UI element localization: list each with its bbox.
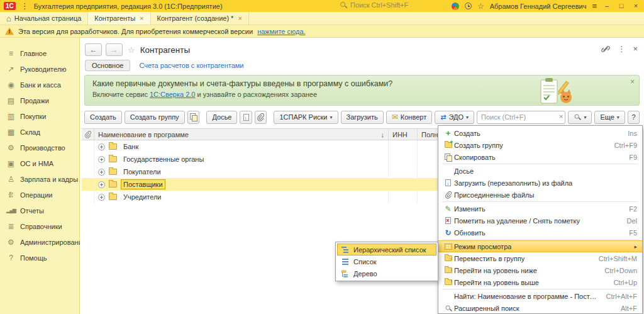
sidebar-item-help[interactable]: ?Помощь xyxy=(0,250,79,266)
sidebar-item-warehouse[interactable]: ▦Склад xyxy=(0,124,79,140)
help-button[interactable]: ? xyxy=(628,111,640,124)
envelope-icon: ✉ xyxy=(392,113,398,121)
attached-files-button[interactable] xyxy=(255,111,267,124)
dropdown-icon: ▾ xyxy=(330,115,333,120)
menu-item-dossier[interactable]: Досье xyxy=(438,165,642,177)
list-search-input[interactable] xyxy=(477,111,565,124)
load-button[interactable]: Загрузить xyxy=(341,111,384,124)
tab-close-icon[interactable]: × xyxy=(238,14,242,22)
spark-risks-button[interactable]: 1СПАРК Риски▾ xyxy=(274,111,338,124)
submenu-item-tree[interactable]: Дерево xyxy=(337,267,436,279)
main-menu-icon[interactable]: ⋮ xyxy=(21,2,29,10)
attachments-column-header[interactable] xyxy=(82,129,94,140)
menu-item-create[interactable]: +СоздатьIns xyxy=(438,127,642,139)
create-button[interactable]: Создать xyxy=(84,111,122,124)
titlebar-menu-icon[interactable]: ≡ xyxy=(592,2,597,10)
menu-item-move-to-group[interactable]: Переместить в группуCtrl+Shift+M xyxy=(438,252,642,264)
favorites-icon[interactable]: ☆ xyxy=(477,3,484,10)
book-icon: ≣ xyxy=(6,223,16,230)
sidebar-item-operations[interactable]: ДтКтОперации xyxy=(0,187,79,203)
menu-item-create-group[interactable]: Создать группуCtrl+F9 xyxy=(438,139,642,151)
menu-item-go-level-up[interactable]: Перейти на уровень вышеCtrl+Up xyxy=(438,276,642,288)
dropdown-icon: ▾ xyxy=(617,115,619,120)
menu-item-edit[interactable]: ✎ИзменитьF2 xyxy=(438,203,642,215)
more-actions-icon[interactable]: ⋮ xyxy=(618,45,625,53)
favorite-star-icon[interactable]: ☆ xyxy=(128,45,135,55)
subtab-accounts[interactable]: Счета расчетов с контрагентами xyxy=(139,62,243,69)
sidebar-item-bank[interactable]: ◉Банк и касса xyxy=(0,77,79,93)
history-icon[interactable] xyxy=(465,3,472,9)
service-status-icon[interactable] xyxy=(452,3,459,10)
sidebar-item-references[interactable]: ≣Справочники xyxy=(0,218,79,234)
menu-item-view-mode[interactable]: Режим просмотра▸ xyxy=(438,240,642,252)
person-icon: ♙ xyxy=(6,176,16,183)
envelope-button[interactable]: ✉Конверт xyxy=(386,111,432,124)
close-window-button[interactable]: × xyxy=(631,3,640,9)
expand-icon[interactable] xyxy=(98,194,105,201)
sidebar-item-os-nma[interactable]: ▣ОС и НМА xyxy=(0,155,79,171)
folder-icon xyxy=(109,181,117,188)
expand-icon[interactable] xyxy=(98,156,105,163)
menu-item-refresh[interactable]: ↻ОбновитьF5 xyxy=(438,227,642,238)
create-group-button[interactable]: Создать группу xyxy=(125,111,185,124)
expand-icon[interactable] xyxy=(98,169,105,176)
sidebar-item-main[interactable]: ≡Главное xyxy=(0,45,79,61)
search-button[interactable]: ▾ xyxy=(568,111,592,124)
dossier-button[interactable]: Досье xyxy=(206,111,237,124)
view-mode-icon xyxy=(445,244,452,250)
menu-item-mark-deletion[interactable]: Пометить на удаление / Снять пометкуDel xyxy=(438,215,642,227)
link-icon[interactable] xyxy=(601,45,610,53)
current-user[interactable]: Абрамов Геннадий Сергеевич xyxy=(490,3,587,10)
name-column-header[interactable]: Наименование в программе↓ xyxy=(94,129,389,140)
inn-column-header[interactable]: ИНН xyxy=(389,129,418,140)
sidebar: ≡Главное ↗Руководителю ◉Банк и касса ▤Пр… xyxy=(0,38,80,314)
load-from-file-button[interactable] xyxy=(240,111,252,124)
forward-button[interactable]: → xyxy=(106,43,123,56)
level-down-icon xyxy=(445,267,452,273)
home-icon: ⌂ xyxy=(6,14,11,23)
submenu-item-hierarchical-list[interactable]: Иерархический список xyxy=(337,244,436,255)
promo-close-icon[interactable]: × xyxy=(630,77,635,86)
help-icon: ? xyxy=(6,254,16,262)
sidebar-item-reports[interactable]: ▂▄▆Отчеты xyxy=(0,203,79,218)
sidebar-item-sales[interactable]: ▤Продажи xyxy=(0,93,79,108)
tree-icon xyxy=(341,270,349,278)
sidebar-item-hr[interactable]: ♙Зарплата и кадры xyxy=(0,171,79,187)
list-search: × xyxy=(477,111,565,124)
edo-button[interactable]: ⇄ЭДО▾ xyxy=(435,111,474,124)
menu-item-copy[interactable]: СкопироватьF9 xyxy=(438,151,642,163)
more-button[interactable]: Еще▾ xyxy=(594,111,625,124)
menu-item-advanced-search[interactable]: Расширенный поискAlt+F xyxy=(438,302,642,314)
dt-kt-icon: ДтКт xyxy=(6,192,16,198)
folder-icon xyxy=(109,169,117,175)
fixed-assets-icon: ▣ xyxy=(6,160,16,167)
close-form-icon[interactable]: × xyxy=(633,44,638,53)
sidebar-item-manager[interactable]: ↗Руководителю xyxy=(0,61,79,77)
menu-separator xyxy=(442,289,638,289)
expand-icon[interactable] xyxy=(98,143,105,150)
sidebar-item-production[interactable]: ⚙Производство xyxy=(0,140,79,155)
sidebar-item-purchases[interactable]: ▥Покупки xyxy=(0,108,79,124)
subtab-main[interactable]: Основное xyxy=(85,60,130,71)
menu-item-load-from-file[interactable]: Загрузить (перезаполнить) из файла xyxy=(438,177,642,189)
maximize-button[interactable]: □ xyxy=(617,3,626,9)
global-search[interactable]: Поиск Ctrl+Shift+F xyxy=(340,1,408,9)
sverka-link[interactable]: 1С:Сверка 2.0 xyxy=(150,91,196,98)
tab-kontragent-new[interactable]: Контрагент (создание) * × xyxy=(151,12,249,25)
menu-item-find[interactable]: Найти: Наименование в программе - Постав… xyxy=(438,290,642,302)
copy-button[interactable] xyxy=(187,111,199,124)
bank-coin-icon: ◉ xyxy=(6,81,16,89)
menu-item-attached-files[interactable]: Присоединенные файлы xyxy=(438,189,642,201)
tab-close-icon[interactable]: × xyxy=(140,14,143,22)
menu-item-go-level-down[interactable]: Перейти на уровень нижеCtrl+Down xyxy=(438,264,642,276)
minimize-button[interactable]: – xyxy=(602,3,611,9)
tab-kontragenty[interactable]: Контрагенты × xyxy=(88,12,150,25)
back-button[interactable]: ← xyxy=(85,43,102,56)
dev-notice-link[interactable]: нажмите сюда. xyxy=(257,28,305,35)
clear-search-icon[interactable]: × xyxy=(559,113,563,120)
submenu-item-list[interactable]: Список xyxy=(337,255,436,267)
view-mode-submenu: Иерархический список Список Дерево xyxy=(335,242,438,281)
expand-icon[interactable] xyxy=(98,181,105,188)
sidebar-item-administration[interactable]: ⚙Администрирование xyxy=(0,234,79,250)
tab-home[interactable]: ⌂ Начальная страница xyxy=(0,12,88,25)
